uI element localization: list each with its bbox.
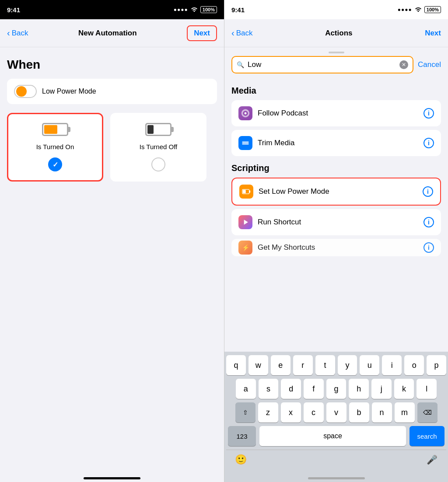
action-get-shortcuts[interactable]: ⚡ Get My Shortcuts i — [231, 239, 441, 256]
key-i[interactable]: i — [382, 355, 402, 375]
signal-icon: ●●●● — [174, 7, 188, 13]
left-home-indicator — [0, 469, 224, 482]
right-next-button[interactable]: Next — [425, 29, 441, 38]
key-u[interactable]: u — [360, 355, 379, 375]
key-o[interactable]: o — [404, 355, 424, 375]
key-p[interactable]: p — [427, 355, 446, 375]
left-next-button[interactable]: Next — [187, 25, 217, 41]
space-key[interactable]: space — [259, 426, 406, 446]
lowpower-icon — [239, 185, 253, 199]
option-on-radio — [48, 157, 62, 171]
key-q[interactable]: q — [226, 355, 246, 375]
toggle-icon — [14, 85, 37, 98]
emoji-row: 🙂 🎤 — [226, 450, 446, 469]
right-home-indicator — [224, 469, 448, 482]
key-y[interactable]: y — [338, 355, 357, 375]
right-home-bar — [308, 477, 365, 479]
key-h[interactable]: h — [349, 379, 369, 399]
emoji-icon[interactable]: 🙂 — [235, 454, 247, 465]
battery-fill-on — [44, 125, 57, 134]
key-g[interactable]: g — [326, 379, 346, 399]
left-back-button[interactable]: ‹ Back — [7, 28, 28, 38]
keyboard-row-2: a s d f g h j k l — [226, 379, 446, 399]
left-time: 9:41 — [7, 6, 20, 14]
option-off-label: Is Turned Off — [140, 143, 177, 150]
numbers-key[interactable]: 123 — [228, 426, 256, 446]
action-set-low-power-mode[interactable]: Set Low Power Mode i — [231, 178, 441, 206]
set-low-power-info[interactable]: i — [423, 186, 433, 197]
search-input[interactable]: Low — [248, 60, 396, 69]
left-panel: 9:41 ●●●● 100% ‹ Back New Automation Nex… — [0, 0, 224, 482]
battery-on-icon — [42, 123, 68, 136]
microphone-icon[interactable]: 🎤 — [427, 454, 438, 465]
back-label: Back — [12, 29, 28, 38]
get-shortcuts-info[interactable]: i — [424, 242, 434, 253]
run-shortcut-icon — [238, 215, 252, 229]
trim-media-icon — [238, 136, 252, 150]
keyboard-area: q w e r t y u i o p a s d f g h j k l ⇧ … — [224, 352, 448, 469]
left-status-icons: ●●●● 100% — [174, 6, 217, 13]
svg-rect-4 — [249, 191, 251, 193]
right-battery-icon: 100% — [424, 6, 441, 13]
key-m[interactable]: m — [395, 402, 415, 423]
key-c[interactable]: c — [304, 402, 324, 423]
key-b[interactable]: b — [349, 402, 369, 423]
left-content: When Low Power Mode Is Turned On — [0, 47, 224, 469]
wifi-icon — [191, 7, 198, 13]
key-a[interactable]: a — [236, 379, 256, 399]
key-j[interactable]: j — [371, 379, 392, 399]
right-nav-title: Actions — [325, 29, 352, 38]
action-follow-podcast[interactable]: Follow Podcast i — [231, 100, 441, 126]
key-k[interactable]: k — [394, 379, 414, 399]
option-off-radio — [151, 157, 165, 171]
key-x[interactable]: x — [281, 402, 301, 423]
key-w[interactable]: w — [248, 355, 268, 375]
key-d[interactable]: d — [281, 379, 301, 399]
key-r[interactable]: r — [293, 355, 313, 375]
trim-media-label: Trim Media — [258, 139, 418, 147]
right-back-label: Back — [236, 29, 253, 38]
keyboard-row-3: ⇧ z x c v b n m ⌫ — [226, 402, 446, 423]
key-l[interactable]: l — [416, 379, 437, 399]
right-signal-icon: ●●●● — [398, 7, 412, 13]
left-nav-bar: ‹ Back New Automation Next — [0, 19, 224, 47]
action-run-shortcut[interactable]: Run Shortcut i — [231, 209, 441, 235]
get-shortcuts-label: Get My Shortcuts — [258, 243, 418, 252]
key-f[interactable]: f — [304, 379, 324, 399]
toggle-knob — [16, 86, 27, 97]
left-nav-title: New Automation — [78, 29, 136, 38]
run-shortcut-label: Run Shortcut — [258, 218, 418, 227]
key-n[interactable]: n — [372, 402, 392, 423]
option-turned-off[interactable]: Is Turned Off — [110, 113, 206, 182]
key-z[interactable]: z — [258, 402, 278, 423]
search-clear-button[interactable]: ✕ — [399, 60, 408, 69]
when-label: When — [7, 58, 217, 72]
option-turned-on[interactable]: Is Turned On — [7, 113, 103, 182]
left-status-bar: 9:41 ●●●● 100% — [0, 0, 224, 19]
search-bar[interactable]: 🔍 Low ✕ — [231, 56, 413, 73]
key-v[interactable]: v — [326, 402, 346, 423]
key-t[interactable]: t — [315, 355, 335, 375]
right-panel: 9:41 ●●●● 100% ‹ Back Actions Next 🔍 Low… — [224, 0, 448, 482]
shift-key[interactable]: ⇧ — [235, 402, 256, 423]
keyboard-row-1: q w e r t y u i o p — [226, 355, 446, 375]
chevron-left-icon: ‹ — [7, 28, 10, 38]
scripting-section-title: Scripting — [231, 163, 441, 173]
follow-podcast-info[interactable]: i — [424, 108, 434, 119]
set-low-power-label: Set Low Power Mode — [259, 187, 417, 196]
trigger-card[interactable]: Low Power Mode — [7, 79, 217, 104]
delete-key[interactable]: ⌫ — [417, 402, 438, 423]
right-status-icons: ●●●● 100% — [398, 6, 441, 13]
key-e[interactable]: e — [271, 355, 290, 375]
run-shortcut-info[interactable]: i — [424, 217, 434, 227]
actions-content: Media Follow Podcast i Trim Media i — [224, 79, 448, 352]
right-nav-bar: ‹ Back Actions Next — [224, 19, 448, 47]
right-back-button[interactable]: ‹ Back — [231, 28, 252, 38]
keyboard-row-4: 123 space search — [226, 426, 446, 446]
trim-media-info[interactable]: i — [424, 138, 434, 148]
action-trim-media[interactable]: Trim Media i — [231, 130, 441, 156]
cancel-button[interactable]: Cancel — [418, 60, 441, 69]
key-s[interactable]: s — [259, 379, 279, 399]
media-section-title: Media — [231, 86, 441, 96]
search-key[interactable]: search — [410, 426, 444, 446]
